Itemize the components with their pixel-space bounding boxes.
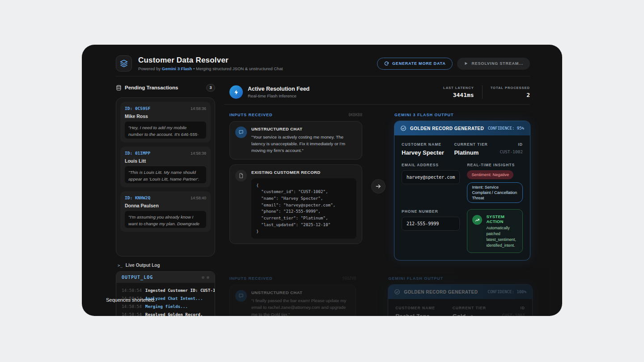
- golden-record-card: GOLDEN RECORD GENERATED CONFIDENCE: 100%…: [388, 285, 532, 316]
- customer-name-value: Rachel Zane: [395, 313, 452, 316]
- powered-by-suffix: • Merging structured JSON & unstructured…: [193, 66, 283, 71]
- customer-name-label: CUSTOMER NAME: [402, 142, 454, 147]
- transaction-quote: "I'm assuming you already know I want to…: [125, 211, 206, 228]
- phone-value: 212-555-9999: [402, 217, 460, 231]
- golden-record-title: GOLDEN RECORD GENERATED: [410, 126, 484, 131]
- resolution-block-previous: INPUTS RECEIVED S9OZV8 UNSTRUCTURED CHAT…: [224, 268, 530, 316]
- insights-field: REAL-TIME INSIGHTS Sentiment: Negative I…: [467, 163, 523, 203]
- record-card-title: EXISTING CUSTOMER RECORD: [251, 170, 356, 175]
- last-latency-value: 3441ms: [443, 92, 474, 98]
- transaction-id: ID: KNHW2Q: [125, 195, 150, 200]
- transaction-time: 14:58:36: [191, 106, 206, 111]
- window-dots-icon: [202, 276, 209, 279]
- log-text: Merging fields...: [145, 304, 188, 309]
- app-logo: [116, 55, 132, 72]
- email-label: EMAIL ADDRESS: [402, 163, 460, 167]
- current-tier-value: Gold: [453, 313, 466, 316]
- current-tier-field: CURRENT TIER Platinum: [454, 142, 500, 156]
- lightning-icon: [229, 85, 243, 99]
- confidence-value: CONFIDENCE: 100%: [487, 290, 526, 294]
- play-icon: [464, 61, 468, 66]
- header-actions: GENERATE MORE DATA RESOLVING STREAM...: [377, 58, 530, 70]
- log-time: 14:58:54: [122, 312, 142, 316]
- transactions-list: ID: 0C595F 14:58:36 Mike Ross "Hey, I ne…: [116, 97, 215, 257]
- log-time: 14:58:54: [122, 304, 142, 309]
- flash-output-label: GEMINI 3 FLASH OUTPUT: [394, 113, 454, 117]
- phone-label: PHONE NUMBER: [402, 209, 460, 214]
- inputs-received-label: INPUTS RECEIVED: [229, 276, 273, 281]
- arrow-column: [362, 276, 382, 316]
- confidence-value: CONFIDENCE: 95%: [488, 126, 524, 130]
- terminal-titlebar: OUTPUT_LOG: [116, 272, 215, 283]
- system-action-text: Automatically patched latest_sentiment, …: [486, 225, 517, 248]
- chat-card-title: UNSTRUCTURED CHAT: [251, 290, 350, 295]
- id-field: ID CUST-1001: [502, 306, 525, 316]
- transaction-time: 14:58:40: [191, 196, 206, 200]
- existing-record-card: EXISTING CUSTOMER RECORD { "customer_id"…: [229, 164, 362, 244]
- ref-code: 0KBKB8: [348, 113, 362, 117]
- email-field: EMAIL ADDRESS harvey@specter.com: [402, 163, 460, 203]
- current-tier-label: CURRENT TIER: [454, 142, 500, 147]
- app-header: Customer Data Resolver Powered by Gemini…: [116, 51, 530, 76]
- insights-label: REAL-TIME INSIGHTS: [467, 163, 523, 167]
- pending-transactions-title: Pending Transactions: [125, 85, 178, 90]
- log-line: 14:58:54 Resolved Golden Record.: [122, 312, 209, 316]
- check-circle-icon: [400, 125, 407, 131]
- transaction-time: 14:58:38: [191, 151, 206, 156]
- sentiment-badge: Sentiment: Negative: [467, 170, 513, 179]
- last-latency-stat: LAST LATENCY 3441ms: [435, 86, 474, 98]
- transaction-id: ID: 0C595F: [125, 106, 150, 111]
- main-content: Active Resolution Feed Real-time Flash I…: [224, 83, 530, 316]
- resolve-arrow-button[interactable]: [371, 179, 386, 194]
- transaction-card[interactable]: ID: KNHW2Q 14:58:40 Donna Paulsen "I'm a…: [120, 191, 211, 232]
- sidebar: Pending Transactions 3 ID: 0C595F 14:58:…: [116, 83, 215, 316]
- brand-link[interactable]: Gemini 3 Flash: [162, 66, 192, 71]
- system-action-box: SYSTEM ACTION Automatically patched late…: [467, 209, 523, 253]
- transaction-customer-name: Mike Ross: [125, 114, 206, 119]
- system-action-title: SYSTEM ACTION: [486, 214, 517, 224]
- transaction-customer-name: Donna Paulsen: [125, 203, 206, 208]
- golden-record-title: GOLDEN RECORD GENERATED: [404, 290, 478, 295]
- powered-by-prefix: Powered by: [138, 66, 161, 71]
- transaction-card[interactable]: ID: 01IMPP 14:58:38 Louis Litt "This is …: [120, 147, 211, 187]
- total-processed-value: 2: [491, 92, 530, 98]
- log-text: Ingested Customer ID: CUST-1002: [145, 288, 215, 293]
- pending-count-badge: 3: [206, 84, 215, 92]
- customer-name-label: CUSTOMER NAME: [395, 306, 452, 310]
- transaction-card[interactable]: ID: 0C595F 14:58:36 Mike Ross "Hey, I ne…: [120, 102, 211, 143]
- golden-record-header: GOLDEN RECORD GENERATED CONFIDENCE: 100%: [388, 285, 532, 299]
- inputs-column: INPUTS RECEIVED S9OZV8 UNSTRUCTURED CHAT…: [229, 276, 356, 316]
- inputs-column: INPUTS RECEIVED 0KBKB8 UNSTRUCTURED CHAT…: [229, 113, 362, 260]
- page-subtitle: Powered by Gemini 3 Flash • Merging stru…: [138, 66, 283, 71]
- generate-more-data-button[interactable]: GENERATE MORE DATA: [377, 58, 453, 70]
- customer-name-field: CUSTOMER NAME Rachel Zane: [395, 306, 452, 316]
- refresh-icon: [384, 61, 389, 66]
- customer-name-value: Harvey Specter: [402, 149, 454, 156]
- output-log-terminal: OUTPUT_LOG 14:58:54 Ingested Customer ID…: [116, 271, 215, 316]
- feed-subtitle: Real-time Flash Inference: [248, 93, 309, 98]
- log-line: 14:58:54 Merging fields...: [122, 304, 209, 309]
- arrow-column: [369, 113, 388, 260]
- ref-code: S9OZV8: [342, 276, 356, 281]
- resolution-block: INPUTS RECEIVED 0KBKB8 UNSTRUCTURED CHAT…: [224, 105, 530, 260]
- current-tier-value: Platinum: [454, 149, 500, 156]
- transaction-id: ID: 01IMPP: [125, 151, 150, 156]
- feed-stats: LAST LATENCY 3441ms TOTAL PROCESSED 2: [435, 85, 530, 99]
- unstructured-chat-card: UNSTRUCTURED CHAT "Your service is activ…: [229, 121, 362, 160]
- flash-output-label: GEMINI FLASH OUTPUT: [388, 276, 443, 281]
- live-output-log-header: >_ Live Output Log: [118, 263, 215, 268]
- check-circle-icon: [394, 289, 400, 295]
- pending-transactions-header: Pending Transactions 3: [116, 83, 215, 93]
- last-latency-label: LAST LATENCY: [443, 86, 474, 90]
- feed-title: Active Resolution Feed: [248, 86, 309, 92]
- chat-card-title: UNSTRUCTURED CHAT: [251, 126, 356, 131]
- log-text: Resolved Golden Record.: [145, 312, 203, 316]
- live-output-log-title: Live Output Log: [126, 263, 160, 268]
- transaction-customer-name: Louis Litt: [125, 158, 206, 164]
- file-icon: [235, 170, 247, 181]
- total-processed-label: TOTAL PROCESSED: [491, 86, 530, 90]
- id-value: CUST-1002: [500, 149, 523, 154]
- output-column: GEMINI 3 FLASH OUTPUT GOLDEN RECORD GENE…: [394, 113, 530, 260]
- log-time: 14:58:54: [122, 288, 142, 293]
- resolving-stream-button[interactable]: RESOLVING STREAM...: [457, 58, 530, 70]
